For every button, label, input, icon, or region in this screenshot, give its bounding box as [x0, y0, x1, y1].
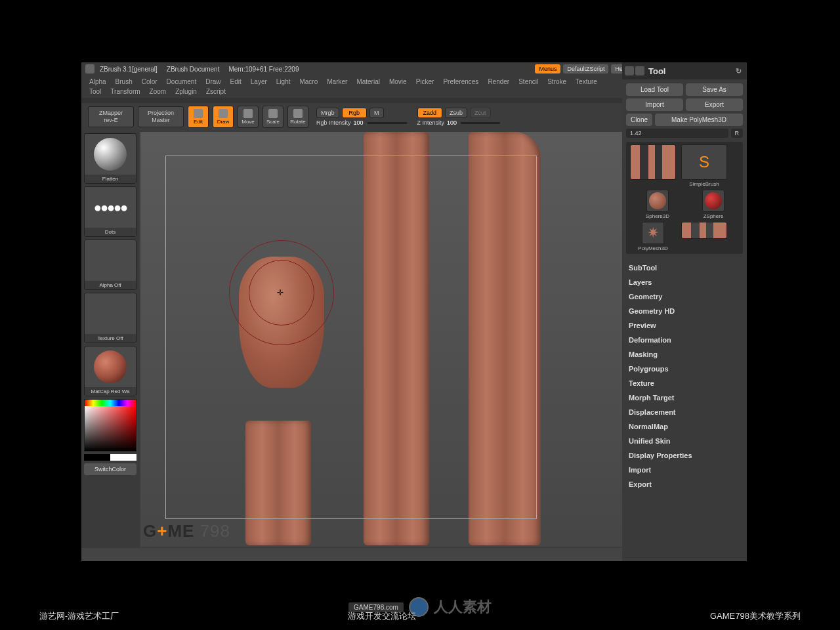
export-button[interactable]: Export [686, 98, 743, 111]
category-deformation[interactable]: Deformation [626, 333, 743, 347]
menu-zoom[interactable]: Zoom [150, 88, 167, 95]
m-button[interactable]: M [369, 108, 384, 118]
category-import[interactable]: Import [626, 463, 743, 477]
category-unified-skin[interactable]: Unified Skin [626, 434, 743, 448]
sphere3d-thumb[interactable]: Sphere3D [629, 190, 686, 219]
hue-bar[interactable] [85, 400, 136, 406]
polymesh-thumb[interactable]: ✷PolyMesh3D [629, 222, 677, 251]
color-picker[interactable] [84, 399, 136, 452]
category-normalmap[interactable]: NormalMap [626, 419, 743, 434]
move-mode-button[interactable]: Move [238, 106, 259, 128]
doc-name: ZBrush Document [167, 66, 220, 73]
menus-button[interactable]: Menus [535, 64, 560, 74]
clone-button[interactable]: Clone [626, 114, 652, 126]
panel-icon[interactable] [635, 66, 644, 75]
category-texture[interactable]: Texture [626, 376, 743, 390]
category-geometry[interactable]: Geometry [626, 289, 743, 304]
tool-scale-value[interactable]: 1.42 [626, 129, 728, 138]
star-icon: ✷ [647, 224, 659, 242]
zscript-button[interactable]: DefaultZScript [563, 64, 608, 74]
category-display-properties[interactable]: Display Properties [626, 448, 743, 463]
menu-layer[interactable]: Layer [251, 78, 267, 85]
sv-box[interactable] [85, 406, 136, 451]
material-slot[interactable]: MatCap Red Wa [84, 346, 136, 396]
color-white-swatch[interactable] [110, 454, 136, 461]
stroke-slot[interactable]: ●●●●●Dots [84, 186, 136, 237]
z-intensity-slider[interactable] [461, 122, 500, 124]
menu-texture[interactable]: Texture [576, 78, 597, 85]
zadd-button[interactable]: Zadd [417, 108, 443, 118]
category-layers[interactable]: Layers [626, 275, 743, 289]
tool-category-list: SubToolLayersGeometryGeometry HDPreviewD… [626, 261, 743, 492]
refresh-icon[interactable]: ↻ [736, 67, 742, 75]
category-polygroups[interactable]: Polygroups [626, 362, 743, 376]
rgb-button[interactable]: Rgb [342, 108, 368, 118]
mrgb-button[interactable]: Mrgb [316, 108, 339, 118]
texture-slot[interactable]: Texture Off [84, 293, 136, 343]
category-displacement[interactable]: Displacement [626, 405, 743, 419]
switch-color-button[interactable]: SwitchColor [84, 463, 136, 475]
menu-stroke[interactable]: Stroke [547, 78, 566, 85]
menu-picker[interactable]: Picker [416, 78, 434, 85]
make-polymesh-button[interactable]: Make PolyMesh3D [655, 114, 743, 126]
menu-alpha[interactable]: Alpha [89, 78, 106, 85]
simplebrush-thumb[interactable]: SSimpleBrush [680, 144, 728, 187]
footer-left: 游艺网-游戏艺术工厂 [39, 610, 119, 622]
color-black-swatch[interactable] [84, 454, 110, 461]
menu-marker[interactable]: Marker [327, 78, 347, 85]
menu-transform[interactable]: Transform [110, 88, 140, 95]
category-geometry-hd[interactable]: Geometry HD [626, 304, 743, 318]
panel-icon[interactable] [625, 66, 634, 75]
z-intensity-value[interactable]: 100 [447, 119, 457, 126]
tool-r-button[interactable]: R [731, 129, 744, 138]
move-icon [243, 109, 253, 118]
app-logo-icon [85, 64, 94, 74]
tool-thumbnails: SSimpleBrush Sphere3D ZSphere ✷PolyMesh3… [626, 142, 743, 254]
category-masking[interactable]: Masking [626, 347, 743, 362]
save-as-button[interactable]: Save As [686, 83, 743, 96]
menu-document[interactable]: Document [167, 78, 197, 85]
brush-preview-slot[interactable]: Flatten [84, 133, 136, 184]
menu-movie[interactable]: Movie [389, 78, 407, 85]
sphere-icon [94, 138, 127, 171]
menu-brush[interactable]: Brush [116, 78, 133, 85]
category-preview[interactable]: Preview [626, 318, 743, 333]
footer-mid: 游戏开发交流论坛 [348, 610, 416, 622]
menu-stencil[interactable]: Stencil [518, 78, 538, 85]
scale-icon [268, 109, 278, 118]
recent-tool-thumb[interactable] [680, 222, 728, 251]
zmapper-button[interactable]: ZMapperrev-E [88, 106, 134, 127]
edit-mode-button[interactable]: Edit [188, 106, 209, 128]
menu-draw[interactable]: Draw [205, 78, 220, 85]
menu-zscript[interactable]: Zscript [206, 88, 226, 95]
menu-render[interactable]: Render [488, 78, 509, 85]
brush-s-icon: S [699, 153, 709, 171]
rotate-mode-button[interactable]: Rotate [287, 106, 308, 128]
category-morph-target[interactable]: Morph Target [626, 390, 743, 405]
alpha-slot[interactable]: Alpha Off [84, 240, 136, 290]
zsphere-icon [705, 192, 722, 209]
menu-color[interactable]: Color [142, 78, 158, 85]
menu-light[interactable]: Light [276, 78, 291, 85]
menu-material[interactable]: Material [356, 78, 380, 85]
projection-master-button[interactable]: Projection Master [138, 106, 184, 127]
load-tool-button[interactable]: Load Tool [626, 83, 683, 96]
menu-tool[interactable]: Tool [89, 88, 101, 95]
category-subtool[interactable]: SubTool [626, 261, 743, 275]
scale-mode-button[interactable]: Scale [262, 106, 284, 128]
rgb-intensity-label: Rgb Intensity [316, 119, 351, 126]
zsub-button[interactable]: Zsub [445, 108, 467, 118]
active-tool-thumb[interactable] [629, 144, 677, 187]
menu-preferences[interactable]: Preferences [443, 78, 478, 85]
menu-zplugin[interactable]: Zplugin [175, 88, 197, 95]
rgb-intensity-value[interactable]: 100 [354, 119, 364, 126]
zcut-button[interactable]: Zcut [470, 108, 491, 118]
menu-macro[interactable]: Macro [299, 78, 318, 85]
zsphere-thumb[interactable]: ZSphere [689, 190, 738, 219]
import-button[interactable]: Import [626, 98, 683, 111]
rgb-intensity-slider[interactable] [368, 122, 407, 124]
category-export[interactable]: Export [626, 477, 743, 492]
menu-edit[interactable]: Edit [230, 78, 242, 85]
draw-mode-button[interactable]: Draw [213, 106, 234, 128]
document-frame [165, 156, 537, 519]
